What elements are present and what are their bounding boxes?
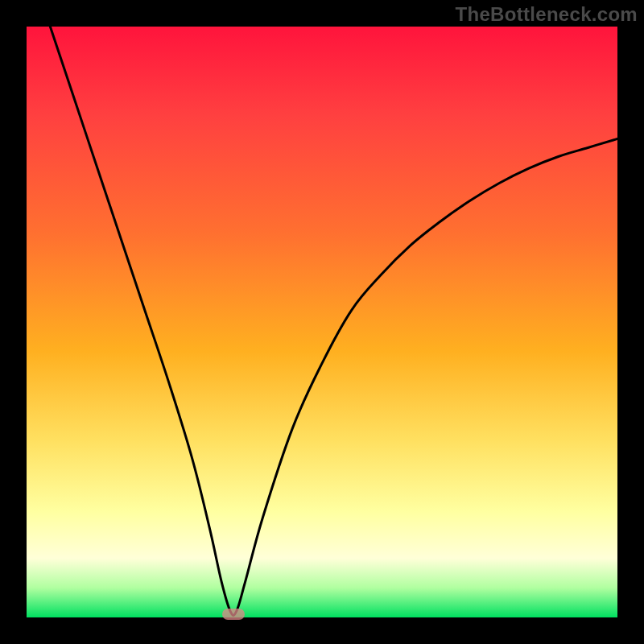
optimum-marker (222, 609, 245, 620)
plot-area (27, 27, 617, 617)
watermark-text: TheBottleneck.com (456, 3, 638, 26)
chart-frame: TheBottleneck.com (0, 0, 644, 644)
